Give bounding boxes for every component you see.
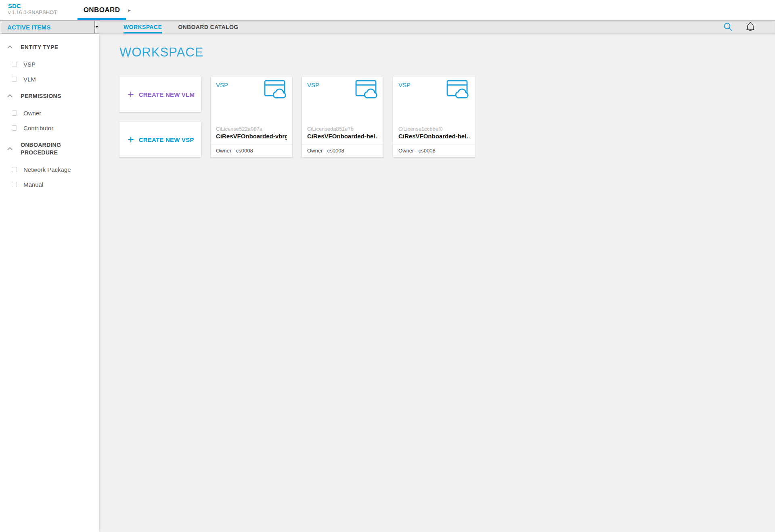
sdc-onboard-app: SDC v.1.16.0-SNAPSHOT ONBOARD ▸ ACTIVE I… (0, 0, 775, 532)
filter-item-label: Contributor (23, 125, 53, 131)
vsp-card-license-id: CiLicenseda851e7b (307, 126, 378, 132)
tab-onboard-label: ONBOARD (84, 6, 120, 14)
vlm-checkbox[interactable] (12, 77, 17, 82)
filter-section-entity-type: ENTITY TYPE VSP VLM (8, 44, 99, 87)
vsp-card[interactable]: VSP CiLicenseda851e7b CiResVFOnboarded-h… (302, 77, 383, 157)
manual-checkbox[interactable] (12, 182, 17, 187)
owner-checkbox[interactable] (12, 111, 17, 116)
create-new-vsp-button[interactable]: + CREATE NEW VSP (119, 122, 201, 157)
software-product-cloud-icon (355, 80, 378, 100)
select-arrow-strip[interactable] (94, 21, 98, 33)
subnav-icons (723, 20, 756, 33)
vsp-card[interactable]: VSP CiLicense522a087a CiResVFOnboarded-v… (211, 77, 292, 157)
filter-section-onboarding-procedure: ONBOARDING PROCEDURE Network Package Man… (8, 141, 99, 192)
section-header-onboarding-procedure[interactable]: ONBOARDING PROCEDURE (8, 141, 99, 156)
top-header: SDC v.1.16.0-SNAPSHOT ONBOARD ▸ (0, 0, 775, 20)
vsp-card-permission: Owner - cs0008 (398, 144, 469, 157)
tab-onboard[interactable]: ONBOARD (78, 0, 126, 20)
vsp-checkbox[interactable] (12, 62, 17, 67)
sdc-logo[interactable]: SDC v.1.16.0-SNAPSHOT (8, 2, 57, 15)
filter-item-label: Owner (23, 110, 41, 117)
section-header-entity-type[interactable]: ENTITY TYPE (8, 44, 99, 51)
tab-onboard-catalog-label: ONBOARD CATALOG (178, 24, 238, 30)
section-title: PERMISSIONS (21, 92, 61, 100)
contributor-checkbox[interactable] (12, 125, 17, 131)
network-package-checkbox[interactable] (12, 167, 17, 172)
subnav-tabs-area: WORKSPACE ONBOARD CATALOG (99, 20, 775, 33)
filter-sidebar: ENTITY TYPE VSP VLM PERMISSIONS (0, 34, 99, 532)
filter-item-label: Network Package (23, 166, 71, 173)
filter-section-permissions: PERMISSIONS Owner Contributor (8, 92, 99, 136)
section-title: ONBOARDING PROCEDURE (21, 141, 82, 156)
plus-icon: + (128, 89, 134, 100)
filter-item-label: Manual (23, 181, 43, 188)
logo-version: v.1.16.0-SNAPSHOT (8, 9, 57, 15)
chevron-up-icon (7, 147, 13, 152)
vsp-card-name: CiResVFOnboarded-vbrg… (216, 132, 287, 140)
plus-icon: + (128, 134, 134, 145)
vsp-card-license-id: CiLicense522a087a (216, 126, 287, 132)
vsp-card-name: CiResVFOnboarded-hel… (398, 132, 469, 140)
filter-item-vsp[interactable]: VSP (12, 57, 99, 72)
filter-item-contributor[interactable]: Contributor (12, 121, 99, 136)
software-product-cloud-icon (446, 80, 469, 100)
tab-onboard-catalog[interactable]: ONBOARD CATALOG (178, 20, 238, 33)
page-title: WORKSPACE (119, 45, 775, 60)
create-new-vsp-label: CREATE NEW VSP (139, 136, 194, 143)
create-new-vlm-button[interactable]: + CREATE NEW VLM (119, 77, 201, 112)
vsp-card-license-id: CiLicense1ccbbef0 (398, 126, 469, 132)
filter-item-network-package[interactable]: Network Package (12, 162, 99, 177)
filter-item-label: VLM (23, 76, 36, 83)
cards-grid: + CREATE NEW VLM + CREATE NEW VSP VSP (119, 77, 775, 157)
tab-workspace-label: WORKSPACE (124, 24, 162, 30)
tab-workspace[interactable]: WORKSPACE (124, 20, 162, 33)
vsp-card-permission: Owner - cs0008 (307, 144, 378, 157)
content-row: ENTITY TYPE VSP VLM PERMISSIONS (0, 34, 775, 532)
filter-item-label: VSP (23, 61, 36, 68)
chevron-up-icon (7, 46, 13, 51)
chevron-up-icon (7, 94, 13, 100)
vsp-card-permission: Owner - cs0008 (216, 144, 287, 157)
bell-icon[interactable] (745, 22, 756, 32)
section-header-permissions[interactable]: PERMISSIONS (8, 92, 99, 100)
caret-down-icon (96, 26, 98, 28)
search-icon[interactable] (723, 22, 733, 32)
workspace-main: WORKSPACE + CREATE NEW VLM + CREATE NEW … (99, 34, 775, 532)
active-items-selected-value: ACTIVE ITEMS (7, 24, 50, 31)
filter-item-manual[interactable]: Manual (12, 177, 99, 192)
vsp-card-name: CiResVFOnboarded-hel… (307, 132, 378, 140)
create-new-vlm-label: CREATE NEW VLM (139, 91, 195, 98)
filter-item-vlm[interactable]: VLM (12, 72, 99, 87)
software-product-cloud-icon (264, 80, 287, 100)
create-buttons-column: + CREATE NEW VLM + CREATE NEW VSP (119, 77, 201, 157)
active-items-select[interactable]: ACTIVE ITEMS (1, 20, 99, 34)
filter-item-owner[interactable]: Owner (12, 106, 99, 121)
section-title: ENTITY TYPE (21, 44, 58, 51)
subnav-bar: ACTIVE ITEMS WORKSPACE ONBOARD CATALOG (0, 20, 775, 34)
logo-title: SDC (8, 2, 57, 9)
subnav-tabs: WORKSPACE ONBOARD CATALOG (124, 20, 254, 33)
vsp-card[interactable]: VSP CiLicense1ccbbef0 CiResVFOnboarded-h… (393, 77, 475, 157)
nav-expand-arrow-icon[interactable]: ▸ (128, 6, 131, 15)
